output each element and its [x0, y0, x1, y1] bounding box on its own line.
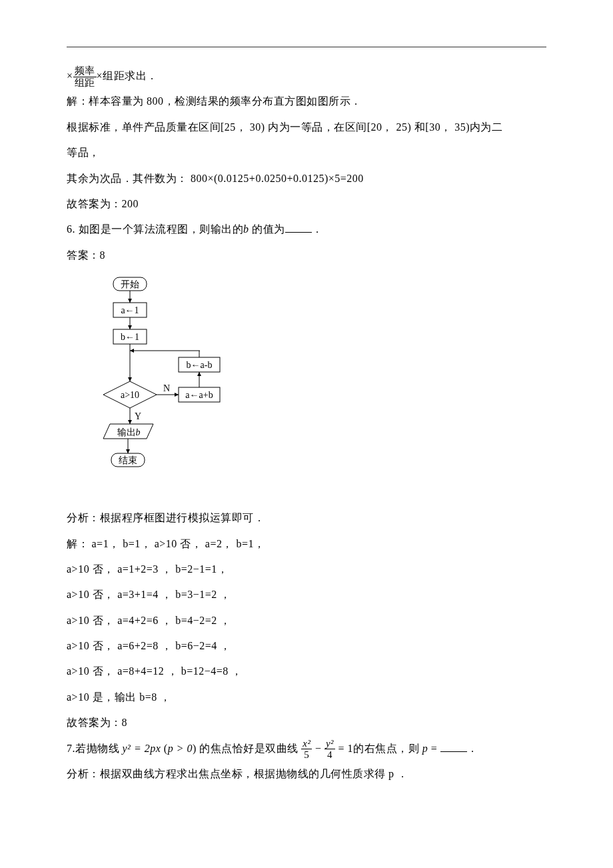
fraction-y2-4: y²4 [324, 738, 335, 761]
text: ( [161, 743, 167, 754]
frac-numerator: y² [324, 738, 335, 750]
question-6: 6. 如图是一个算法流程图，则输出的b 的值为． [67, 217, 546, 242]
line-frac: ×频率组距×组距求出． [67, 63, 546, 89]
trace-line: a>10 否， a=3+1=4 ， b=3−1=2 ， [67, 582, 546, 607]
eq-one: = 1 [335, 743, 353, 754]
eq-pcond: p > 0 [168, 743, 193, 754]
flow-a-upd: a←a+b [185, 390, 213, 400]
trace-line: a>10 否， a=8+4=12 ， b=12−4=8 ， [67, 659, 546, 684]
text: 7.若抛物线 [67, 743, 123, 754]
text: × [67, 70, 73, 81]
solution-line: 等品， [67, 140, 546, 165]
trace-line: a>10 否， a=4+2=6 ， b=4−2=2 ， [67, 608, 546, 633]
variable-p: p [422, 743, 428, 754]
text: ． [312, 223, 323, 235]
flow-b-init: b←1 [121, 332, 139, 342]
frac-numerator: x² [301, 738, 312, 750]
header-rule [67, 47, 546, 47]
trace-line: 解： a=1， b=1， a>10 否， a=2， b=1， [67, 531, 546, 557]
fraction: 频率组距 [73, 65, 97, 88]
flow-branch-n: N [163, 383, 170, 393]
flow-cond: a>10 [121, 390, 139, 400]
text: 6. 如图是一个算法流程图，则输出的 [67, 223, 243, 235]
question-7: 7.若抛物线 y² = 2px (p > 0) 的焦点恰好是双曲线 x²5 − … [67, 736, 546, 761]
flow-branch-y: Y [135, 411, 141, 421]
text: = [428, 743, 440, 754]
flowchart-svg: 开始 a←1 b←1 a>10 N a←a+b b←a-b [80, 276, 233, 489]
flow-output: 输出b [117, 427, 141, 437]
flow-start: 开始 [121, 279, 139, 289]
flow-b-upd: b←a-b [187, 360, 213, 370]
answer-line: 故答案为：200 [67, 191, 546, 217]
eq-parabola: y² = 2px [123, 743, 161, 754]
solution-line: 根据标准，单件产品质量在区间[25， 30) 内为一等品，在区间[20， 25)… [67, 115, 546, 140]
flowchart: 开始 a←1 b←1 a>10 N a←a+b b←a-b [80, 276, 546, 492]
page-content: ×频率组距×组距求出． 解：样本容量为 800，检测结果的频率分布直方图如图所示… [0, 0, 613, 813]
trace-line: a>10 否， a=6+2=8 ， b=6−2=4 ， [67, 633, 546, 659]
flow-a-init: a←1 [121, 305, 139, 315]
text: ×组距求出． [97, 70, 158, 81]
frac-denominator: 5 [301, 749, 312, 761]
frac-denominator: 组距 [73, 77, 97, 89]
analysis-6: 分析：根据程序框图进行模拟运算即可． [67, 505, 546, 531]
solution-line: 解：样本容量为 800，检测结果的频率分布直方图如图所示． [67, 89, 546, 114]
trace-line: a>10 否， a=1+2=3 ， b=2−1=1， [67, 557, 546, 582]
fill-blank [285, 221, 312, 233]
text: ． [467, 743, 478, 754]
solution-line: 其余为次品．其件数为： 800×(0.0125+0.0250+0.0125)×5… [67, 166, 546, 191]
flow-end: 结束 [119, 455, 137, 465]
text: 的右焦点，则 [353, 743, 422, 754]
answer-6: 答案：8 [67, 243, 546, 268]
trace-line: a>10 是，输出 b=8 ， [67, 685, 546, 710]
text: 的值为 [249, 223, 285, 235]
text: ) 的焦点恰好是双曲线 [193, 743, 301, 754]
fill-blank [440, 741, 467, 752]
frac-denominator: 4 [324, 749, 335, 761]
minus: − [312, 743, 324, 754]
frac-numerator: 频率 [73, 65, 97, 77]
fraction-x2-5: x²5 [301, 738, 312, 761]
variable-b: b [243, 223, 249, 235]
analysis-7: 分析：根据双曲线方程求出焦点坐标，根据抛物线的几何性质求得 p ． [67, 761, 546, 787]
answer-line: 故答案为：8 [67, 710, 546, 735]
